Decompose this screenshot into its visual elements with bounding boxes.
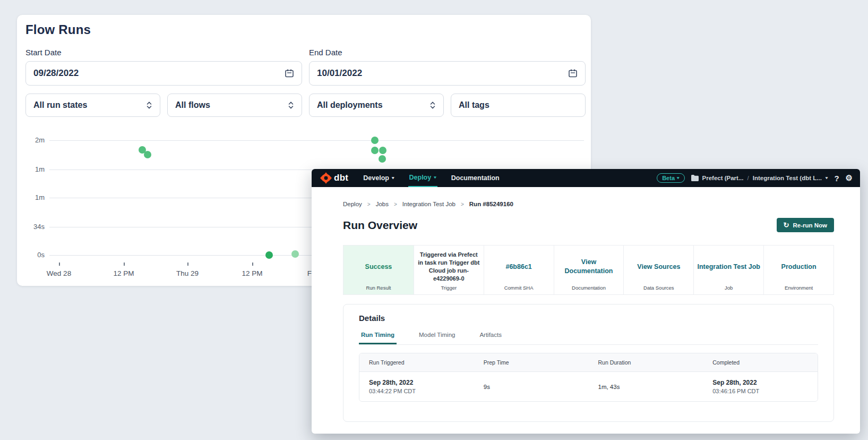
flow-run-data-point[interactable] [379, 147, 386, 154]
end-date-input[interactable]: 10/01/2022 [309, 61, 586, 86]
breadcrumb-jobs[interactable]: Jobs [376, 201, 389, 207]
run-states-select[interactable]: All run states [25, 94, 160, 117]
dbt-logo[interactable]: dbt [320, 172, 348, 184]
nav-right-group: Beta▾ Prefect (Part... / Integration Tes… [657, 173, 853, 183]
tab-run-timing[interactable]: Run Timing [359, 332, 397, 344]
details-tabs: Run Timing Model Timing Artifacts [359, 332, 818, 345]
rerun-now-button[interactable]: ↻ Re-run Now [777, 218, 834, 232]
nav-item-deploy[interactable]: Deploy▾ [408, 169, 437, 187]
flows-select-label: All flows [175, 100, 288, 110]
run-triggered-date: Sep 28th, 2022 [369, 379, 474, 386]
x-axis-tick [59, 263, 60, 266]
run-duration-value: 1m, 43s [598, 384, 703, 390]
flow-runs-title: Flow Runs [25, 22, 91, 37]
card-trigger: Triggered via Prefect in task run Trigge… [414, 246, 484, 294]
run-summary-cards: Success Run Result Triggered via Prefect… [343, 245, 834, 295]
dbt-logo-text: dbt [334, 173, 348, 183]
view-documentation-link[interactable]: View Documentation [557, 249, 621, 285]
card-run-result: Success Run Result [343, 246, 414, 294]
refresh-icon: ↻ [784, 221, 789, 229]
run-triggered-time: 03:44:22 PM CDT [369, 388, 474, 394]
end-date-label: End Date [309, 48, 586, 57]
flow-run-data-point[interactable] [379, 155, 386, 163]
breadcrumb-separator: > [367, 201, 371, 207]
breadcrumb-job-name[interactable]: Integration Test Job [402, 201, 456, 207]
page-title: Run Overview [343, 219, 417, 232]
card-documentation: View Documentation Documentation [554, 246, 624, 294]
breadcrumb: Deploy > Jobs > Integration Test Job > R… [343, 201, 834, 207]
gridline [49, 140, 584, 141]
start-date-value: 09/28/2022 [33, 68, 285, 79]
breadcrumb-separator: > [461, 201, 464, 207]
nav-item-develop[interactable]: Develop▾ [362, 169, 395, 187]
run-states-select-label: All run states [33, 100, 146, 110]
dbt-top-nav: dbt Develop▾ Deploy▾ Documentation Beta▾… [312, 169, 860, 187]
tab-model-timing[interactable]: Model Timing [417, 332, 457, 344]
tab-artifacts[interactable]: Artifacts [477, 332, 504, 344]
completed-time: 03:46:16 PM CDT [712, 388, 818, 394]
y-axis-label: 0s [17, 251, 45, 259]
dbt-content: Deploy > Jobs > Integration Test Job > R… [312, 187, 860, 422]
x-axis-label: 12 PM [100, 269, 148, 277]
y-axis-label: 1m [17, 165, 45, 173]
start-date-input[interactable]: 09/28/2022 [25, 61, 302, 86]
breadcrumb-deploy[interactable]: Deploy [343, 201, 362, 207]
tags-select[interactable]: All tags [451, 94, 586, 117]
chevron-down-icon: ▾ [677, 176, 680, 180]
select-updown-icon [288, 101, 294, 109]
calendar-icon[interactable] [285, 69, 294, 78]
help-icon[interactable]: ? [834, 174, 839, 183]
environment-link[interactable]: Production [781, 249, 817, 285]
flow-run-data-point[interactable] [371, 147, 379, 154]
x-axis-label: Thu 29 [164, 269, 211, 277]
flow-run-data-point[interactable] [265, 251, 273, 259]
status-badge: Success [365, 249, 392, 285]
x-axis-tick [187, 263, 188, 266]
settings-gear-icon[interactable]: ⚙ [846, 173, 853, 183]
card-commit-sha: #6b86c1 Commit SHA [484, 246, 554, 294]
completed-date: Sep 28th, 2022 [712, 379, 818, 386]
commit-sha-link[interactable]: #6b86c1 [505, 249, 531, 285]
nav-item-documentation[interactable]: Documentation [450, 169, 501, 187]
flows-select[interactable]: All flows [167, 94, 302, 117]
project-name: Prefect (Part... [702, 175, 744, 181]
card-data-sources: View Sources Data Sources [623, 246, 693, 294]
chevron-down-icon: ▾ [392, 171, 394, 185]
x-axis-tick [252, 263, 253, 266]
deployments-select-label: All deployments [317, 100, 429, 110]
table-header-row: Run Triggered Prep Time Run Duration Com… [359, 353, 818, 372]
flow-run-data-point[interactable] [371, 137, 379, 144]
chevron-down-icon: ▾ [434, 171, 436, 184]
start-date-label: Start Date [25, 48, 302, 57]
flow-run-data-point[interactable] [291, 250, 299, 258]
end-date-value: 10/01/2022 [317, 68, 568, 79]
view-sources-link[interactable]: View Sources [637, 249, 680, 285]
chevron-down-icon: ▾ [826, 176, 828, 180]
select-updown-icon [429, 101, 436, 109]
tags-select-label: All tags [459, 100, 578, 110]
card-job: Integration Test Job Job [693, 246, 763, 294]
y-axis-label: 2m [17, 136, 45, 144]
x-axis-tick [124, 263, 125, 266]
y-axis-label: 1m [17, 193, 45, 201]
folder-icon [691, 175, 699, 181]
run-timing-table: Run Triggered Prep Time Run Duration Com… [359, 353, 818, 402]
x-axis-label: 12 PM [228, 269, 276, 277]
table-row: Sep 28th, 2022 03:44:22 PM CDT 9s 1m, 43… [359, 372, 818, 401]
calendar-icon[interactable] [568, 69, 578, 78]
project-switcher[interactable]: Prefect (Part... / Integration Test (dbt… [691, 175, 828, 181]
flow-run-data-point[interactable] [144, 151, 151, 158]
details-title: Details [359, 314, 818, 323]
breadcrumb-separator: > [394, 201, 397, 207]
deployments-select[interactable]: All deployments [309, 94, 444, 117]
select-updown-icon [146, 101, 152, 109]
details-panel: Details Run Timing Model Timing Artifact… [343, 304, 834, 422]
beta-dropdown[interactable]: Beta▾ [657, 173, 684, 183]
x-axis-label: Wed 28 [35, 269, 83, 277]
prep-time-value: 9s [484, 384, 589, 390]
y-axis-label: 34s [17, 223, 45, 231]
dbt-logo-icon [320, 172, 332, 184]
job-link[interactable]: Integration Test Job [697, 249, 760, 285]
filter-selects-row: All run states All flows All deployments… [25, 94, 586, 117]
environment-name: Integration Test (dbt L... [753, 175, 822, 181]
